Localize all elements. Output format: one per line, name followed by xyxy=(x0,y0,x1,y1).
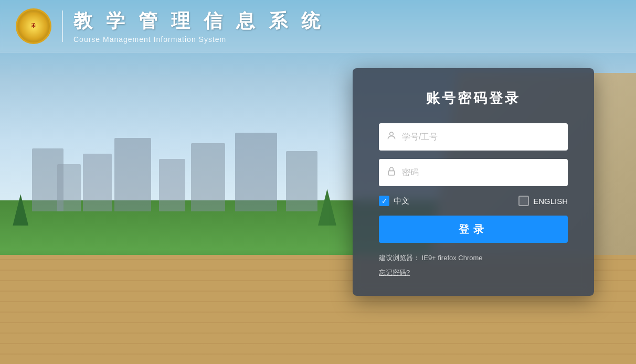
lang-cn-checkbox[interactable]: ✓ 中文 xyxy=(379,196,409,206)
building-7 xyxy=(235,133,277,211)
building-6 xyxy=(191,143,225,211)
building-8 xyxy=(286,151,317,211)
header-divider xyxy=(62,10,63,42)
user-icon xyxy=(386,131,397,144)
checkbox-cn-checked: ✓ xyxy=(379,196,389,206)
lock-icon xyxy=(386,166,397,179)
header-title-cn: 教 学 管 理 信 息 系 统 xyxy=(73,8,324,34)
browser-hint: 建议浏览器： IE9+ firefox Chrome xyxy=(379,253,568,263)
header: 禾 教 学 管 理 信 息 系 统 Course Management Info… xyxy=(0,0,636,52)
building-5 xyxy=(159,159,185,211)
login-card: 账号密码登录 ✓ 中文 ENGLISH xyxy=(353,68,594,296)
lang-cn-label: 中文 xyxy=(394,196,409,206)
checkmark-cn: ✓ xyxy=(381,198,387,205)
checkbox-en-unchecked xyxy=(518,196,529,206)
login-button[interactable]: 登录 xyxy=(379,216,568,243)
logo: 禾 xyxy=(16,8,51,44)
building-2 xyxy=(57,164,81,211)
username-input[interactable] xyxy=(379,123,568,151)
svg-rect-1 xyxy=(388,171,395,175)
login-title: 账号密码登录 xyxy=(379,89,568,108)
header-title-block: 教 学 管 理 信 息 系 统 Course Management Inform… xyxy=(73,8,324,44)
language-row: ✓ 中文 ENGLISH xyxy=(379,196,568,206)
password-input[interactable] xyxy=(379,159,568,186)
lang-en-label: ENGLISH xyxy=(533,197,568,206)
lang-en-checkbox[interactable]: ENGLISH xyxy=(518,196,568,206)
username-wrapper xyxy=(379,123,568,151)
building-4 xyxy=(114,138,151,211)
password-wrapper xyxy=(379,159,568,186)
forgot-password-link[interactable]: 忘记密码? xyxy=(379,268,568,277)
svg-point-0 xyxy=(390,132,394,136)
header-title-en: Course Management Information System xyxy=(73,35,324,44)
building-3 xyxy=(83,154,112,211)
logo-text: 禾 xyxy=(31,23,36,29)
